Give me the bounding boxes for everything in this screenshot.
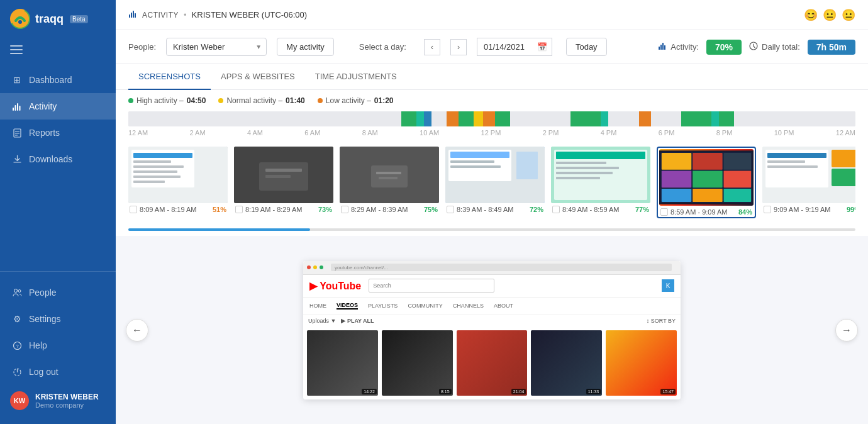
tab-apps-websites[interactable]: APPS & WEBSITES	[211, 64, 305, 90]
date-input[interactable]	[477, 38, 552, 56]
low-activity-label: Low activity –	[326, 96, 371, 105]
tab-screenshots[interactable]: SCREENSHOTS	[128, 64, 211, 90]
screenshot-checkbox[interactable]	[447, 206, 454, 213]
yt-duration: 11:33	[586, 389, 601, 394]
yt-nav-videos[interactable]: VIDEOS	[337, 302, 358, 310]
today-button[interactable]: Today	[566, 38, 607, 56]
screenshot-checkbox[interactable]	[130, 206, 137, 213]
screenshot-card[interactable]: 8:39 AM - 8:49 AM 72%	[445, 147, 545, 218]
prev-day-button[interactable]: ‹	[424, 39, 440, 55]
yt-nav-about[interactable]: ABOUT	[494, 303, 513, 309]
tabs-row: SCREENSHOTS APPS & WEBSITES TIME ADJUSTM…	[116, 64, 868, 90]
yt-nav-playlists[interactable]: PLAYLISTS	[368, 303, 398, 309]
play-all-label: ▶ PLAY ALL	[341, 318, 374, 324]
sidebar-item-people[interactable]: People	[0, 279, 116, 306]
yt-search-input[interactable]	[369, 279, 494, 293]
screenshot-checkbox[interactable]	[552, 206, 560, 213]
maximize-dot	[320, 265, 323, 269]
yt-video-thumb[interactable]: 15:47	[606, 330, 677, 396]
sidebar-bottom: People ⚙ Settings ? Help Log out	[0, 271, 116, 424]
svg-rect-57	[662, 153, 691, 170]
svg-rect-2	[13, 108, 14, 111]
timeline-segment	[483, 111, 495, 126]
svg-point-11	[14, 289, 17, 292]
yt-header: ▶ YouTube K	[303, 275, 681, 298]
yt-video-thumb[interactable]: 21:04	[457, 330, 528, 396]
timeline-labels: 12 AM 2 AM 4 AM 6 AM 8 AM 10 AM 12 PM 2 …	[128, 126, 855, 139]
sidebar-item-label: Settings	[29, 314, 61, 324]
sidebar-item-dashboard[interactable]: ⊞ Dashboard	[0, 67, 116, 93]
sidebar-item-activity[interactable]: Activity	[0, 93, 116, 120]
yt-video-thumb[interactable]: 11:33	[531, 330, 602, 396]
timeline-label: 8 PM	[716, 129, 733, 137]
yt-duration: 14:22	[362, 389, 377, 394]
yt-nav-home[interactable]: HOME	[309, 303, 326, 309]
screenshot-checkbox[interactable]	[235, 206, 243, 213]
screenshot-card[interactable]: 8:49 AM - 8:59 AM 77%	[551, 147, 650, 218]
tab-time-adjustments[interactable]: TIME ADJUSTMENTS	[305, 64, 407, 90]
timeline-label: 4 PM	[601, 129, 617, 137]
screenshot-card[interactable]: 8:19 AM - 8:29 AM 73%	[234, 147, 333, 218]
yt-duration: 8:15	[439, 389, 452, 394]
screenshot-meta: 8:49 AM - 8:59 AM 77%	[551, 206, 650, 213]
yt-nav-channels[interactable]: CHANNELS	[453, 303, 484, 309]
screenshot-checkbox[interactable]	[341, 206, 348, 213]
svg-rect-20	[659, 47, 660, 50]
person-select[interactable]: Kristen Weber	[166, 38, 267, 56]
svg-rect-19	[135, 13, 136, 18]
scroll-track	[128, 228, 855, 231]
my-activity-button[interactable]: My activity	[277, 38, 334, 56]
svg-rect-54	[556, 177, 600, 179]
svg-rect-3	[15, 105, 16, 111]
sidebar-item-reports[interactable]: Reports	[0, 120, 116, 146]
screenshot-card[interactable]: 8:29 AM - 8:39 AM 75%	[340, 147, 439, 218]
scroll-thumb[interactable]	[128, 228, 310, 231]
svg-rect-63	[662, 189, 691, 202]
preview-next-button[interactable]: →	[835, 319, 858, 342]
svg-text:?: ?	[16, 343, 19, 349]
sidebar-item-help[interactable]: ? Help	[0, 332, 116, 359]
svg-rect-32	[133, 181, 165, 183]
sidebar-item-settings[interactable]: ⚙ Settings	[0, 306, 116, 332]
sidebar-item-label: Log out	[29, 367, 58, 377]
logout-icon	[11, 366, 23, 377]
svg-rect-22	[662, 43, 664, 50]
next-day-button[interactable]: ›	[450, 39, 467, 55]
screenshot-card-selected[interactable]: 8:59 AM - 9:09 AM 84%	[657, 147, 756, 218]
yt-video-thumb[interactable]: 8:15	[382, 330, 453, 396]
svg-rect-45	[450, 165, 501, 168]
preview-screenshot: youtube.com/channel/... ▶ YouTube K HOME…	[303, 261, 681, 399]
mood-icons: 😊 😐 😐	[804, 8, 855, 22]
screenshot-card[interactable]: 9:09 AM - 9:19 AM 99%	[762, 147, 855, 218]
user-profile[interactable]: KW KRISTEN WEBER Demo company	[0, 385, 116, 416]
sidebar-item-downloads[interactable]: Downloads	[0, 146, 116, 172]
yt-video-thumb[interactable]: 14:22	[307, 330, 378, 396]
screenshot-meta: 8:59 AM - 9:09 AM 84%	[659, 208, 754, 216]
svg-rect-50	[556, 152, 645, 159]
reports-icon	[11, 127, 23, 138]
preview-prev-button[interactable]: ←	[126, 319, 148, 342]
normal-dot	[218, 98, 223, 103]
svg-rect-35	[265, 169, 302, 172]
screenshot-card[interactable]: 8:09 AM - 8:19 AM 51%	[128, 147, 228, 218]
sidebar-item-logout[interactable]: Log out	[0, 359, 116, 385]
svg-rect-30	[133, 170, 177, 173]
screenshot-time: 8:39 AM - 8:49 AM	[457, 206, 530, 213]
svg-rect-5	[19, 106, 21, 111]
breadcrumb-current: KRISTEN WEBER (UTC-06:00)	[192, 10, 307, 20]
svg-rect-27	[133, 153, 192, 158]
yt-nav-community[interactable]: COMMUNITY	[408, 303, 443, 309]
screenshot-checkbox[interactable]	[660, 208, 668, 216]
downloads-icon	[11, 153, 23, 165]
high-activity-legend: High activity – 04:50	[128, 96, 206, 105]
timeline-segment	[639, 111, 651, 126]
screenshot-thumb	[128, 147, 228, 203]
sidebar-item-label: People	[29, 287, 57, 298]
screenshot-checkbox[interactable]	[764, 206, 771, 213]
screenshot-pct: 75%	[424, 206, 438, 213]
timeline-bar	[128, 111, 855, 126]
hamburger-menu[interactable]	[0, 38, 116, 62]
timeline-label: 2 PM	[543, 129, 559, 137]
screenshot-thumb	[234, 147, 333, 203]
uploads-label: Uploads ▼	[308, 318, 336, 324]
